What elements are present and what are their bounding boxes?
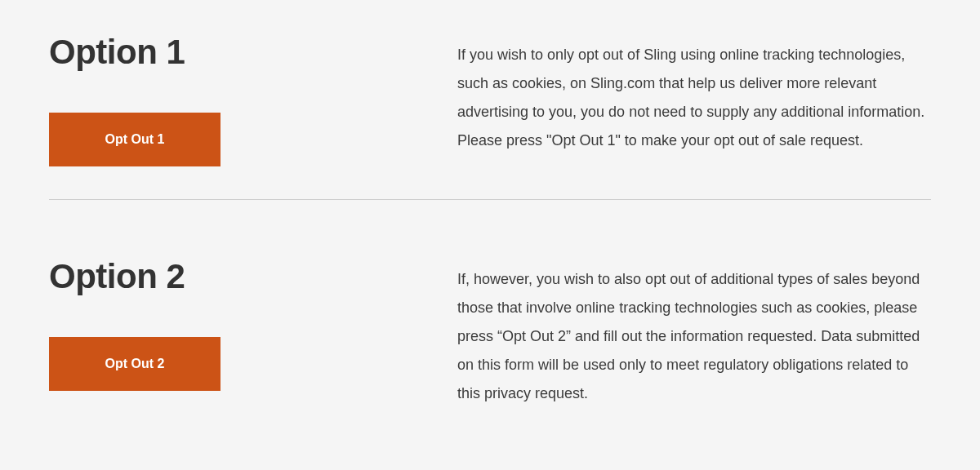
opt-out-options-container: Option 1 Opt Out 1 If you wish to only o…: [0, 0, 980, 457]
option-1-row: Option 1 Opt Out 1 If you wish to only o…: [49, 24, 931, 191]
option-1-right-column: If you wish to only opt out of Sling usi…: [457, 33, 931, 166]
opt-out-2-button[interactable]: Opt Out 2: [49, 337, 220, 391]
option-2-row: Option 2 Opt Out 2 If, however, you wish…: [49, 249, 931, 432]
option-1-title: Option 1: [49, 33, 425, 72]
option-2-description: If, however, you wish to also opt out of…: [457, 265, 931, 408]
opt-out-1-button[interactable]: Opt Out 1: [49, 113, 220, 166]
option-2-title: Option 2: [49, 257, 425, 296]
section-divider: [49, 199, 931, 200]
option-1-description: If you wish to only opt out of Sling usi…: [457, 41, 931, 155]
option-2-left-column: Option 2 Opt Out 2: [49, 257, 425, 408]
option-2-right-column: If, however, you wish to also opt out of…: [457, 257, 931, 408]
option-1-left-column: Option 1 Opt Out 1: [49, 33, 425, 166]
